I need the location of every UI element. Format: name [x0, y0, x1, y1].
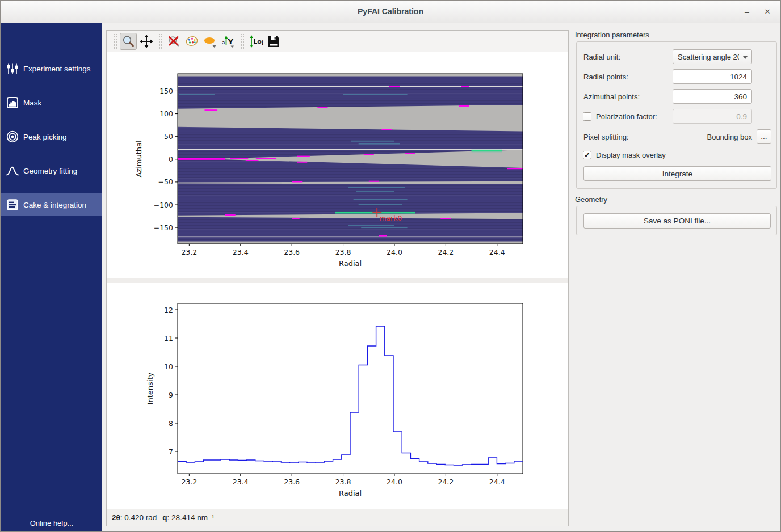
toolbar-drag-handle	[112, 34, 117, 49]
save-poni-button[interactable]: Save as PONI file...	[583, 213, 771, 229]
log-scale-button[interactable]: Log	[247, 33, 264, 50]
sidebar-item-peak-picking[interactable]: Peak picking	[1, 125, 102, 148]
curve-icon	[6, 164, 19, 178]
integration-parameters-title: Integration parameters	[575, 31, 649, 39]
tth-value: : 0.420 rad	[120, 513, 157, 522]
svg-text:Log: Log	[254, 38, 263, 45]
svg-text:24.4: 24.4	[489, 248, 505, 256]
integration-groupbox: Radial unit: Scattering angle 2θ (rad) R…	[576, 41, 777, 189]
pan-arrows-icon	[139, 34, 154, 49]
zoom-reset-icon	[166, 34, 181, 49]
svg-text:23.6: 23.6	[284, 478, 300, 486]
svg-text:−50: −50	[158, 178, 173, 186]
target-icon	[6, 130, 19, 143]
azimuthal-points-label: Azimuthal points:	[583, 92, 640, 101]
ellipse-icon	[203, 34, 217, 49]
svg-text:23.2: 23.2	[181, 478, 197, 486]
tth-label: 2θ	[112, 513, 120, 522]
radial-unit-value: Scattering angle 2θ (rad)	[678, 53, 739, 61]
floppy-save-icon	[266, 34, 281, 49]
sidebar-item-geometry-fitting[interactable]: Geometry fitting	[1, 159, 102, 182]
cake-plot-figure[interactable]: mark023.223.423.623.824.024.224.41501005…	[107, 52, 568, 278]
online-help-link[interactable]: Online help...	[1, 519, 102, 527]
figure-separator	[107, 278, 568, 283]
svg-text:23.6: 23.6	[284, 248, 300, 256]
colormap-button[interactable]	[183, 33, 200, 50]
radial-points-input[interactable]	[673, 69, 752, 84]
zoom-mode-button[interactable]	[120, 33, 137, 50]
svg-text:150: 150	[159, 87, 173, 95]
polarization-label: Polarization factor:	[596, 112, 657, 121]
mask-overlay-label: Display mask overlay	[596, 151, 666, 159]
radial-unit-select[interactable]: Scattering angle 2θ (rad)	[673, 49, 752, 64]
y-axis-icon: a Y	[221, 34, 236, 49]
svg-text:24.2: 24.2	[438, 248, 454, 256]
save-button[interactable]	[265, 33, 282, 50]
y-axis-orientation-button[interactable]: a Y	[220, 33, 237, 50]
plot-toolbar: a Y Log	[107, 31, 568, 52]
toolbar-drag-handle	[240, 34, 244, 49]
svg-text:9: 9	[169, 391, 173, 399]
chevron-down-icon	[743, 56, 748, 59]
geometry-title: Geometry	[575, 195, 607, 204]
geometry-groupbox: Save as PONI file...	[576, 206, 777, 235]
pyfai-calibration-window: PyFAI Calibration – ✕ Experiment setting…	[0, 0, 781, 532]
mask-overlay-checkbox[interactable]: ✓	[583, 151, 591, 159]
svg-text:12: 12	[164, 306, 173, 314]
sliders-icon	[6, 62, 19, 75]
svg-text:a: a	[222, 40, 225, 45]
svg-text:0: 0	[169, 155, 173, 163]
svg-text:23.8: 23.8	[335, 478, 351, 486]
svg-text:Radial: Radial	[339, 259, 362, 268]
toolbar-drag-handle	[158, 34, 162, 49]
svg-text:24.4: 24.4	[489, 478, 505, 486]
chevron-down-icon	[213, 45, 216, 48]
pan-mode-button[interactable]	[138, 33, 155, 50]
svg-text:−100: −100	[154, 201, 173, 209]
svg-text:8: 8	[169, 419, 173, 428]
pixel-splitting-value: Bounding box	[667, 133, 752, 141]
sidebar-item-experiment-settings[interactable]: Experiment settings	[1, 57, 102, 80]
polarization-input	[673, 109, 752, 124]
svg-text:23.2: 23.2	[181, 248, 197, 256]
pixel-splitting-label: Pixel splitting:	[583, 133, 628, 141]
magnifier-icon	[121, 34, 136, 49]
log-scale-icon: Log	[248, 34, 263, 49]
mask-shape-button[interactable]	[201, 33, 219, 50]
svg-text:10: 10	[164, 362, 173, 371]
pixel-splitting-more-button[interactable]: ...	[757, 129, 771, 144]
svg-text:mark0: mark0	[379, 214, 402, 222]
svg-text:23.4: 23.4	[233, 478, 249, 486]
svg-text:23.8: 23.8	[335, 248, 351, 256]
sidebar-item-label: Mask	[23, 99, 41, 107]
svg-text:Intensity: Intensity	[146, 372, 154, 404]
azimuthal-points-input[interactable]	[673, 89, 752, 104]
sidebar: Experiment settings Mask Peak picking	[1, 23, 102, 531]
radial-unit-label: Radial unit:	[583, 53, 620, 61]
svg-text:23.4: 23.4	[233, 248, 249, 256]
sidebar-item-label: Peak picking	[23, 133, 67, 141]
svg-text:Radial: Radial	[339, 489, 362, 497]
minimize-button[interactable]: –	[740, 5, 754, 19]
mask-icon	[6, 96, 19, 109]
palette-icon	[184, 34, 199, 49]
integration-plot-figure[interactable]: 23.223.423.623.824.024.224.4789101112Rad…	[107, 283, 568, 509]
close-button[interactable]: ✕	[760, 5, 775, 19]
svg-text:24.0: 24.0	[387, 248, 402, 256]
radial-points-label: Radial points:	[583, 73, 628, 81]
sidebar-item-label: Geometry fitting	[23, 167, 77, 175]
svg-text:Y: Y	[228, 37, 234, 45]
chevron-down-icon	[231, 45, 234, 48]
sidebar-item-label: Cake & integration	[23, 201, 86, 209]
sidebar-item-mask[interactable]: Mask	[1, 91, 102, 114]
polarization-checkbox[interactable]	[583, 112, 591, 121]
svg-text:Azimuthal: Azimuthal	[135, 140, 143, 177]
svg-text:11: 11	[164, 334, 173, 343]
zoom-reset-button[interactable]	[165, 33, 182, 50]
integrate-button[interactable]: Integrate	[583, 166, 771, 181]
sidebar-item-cake-integration[interactable]: Cake & integration	[1, 193, 102, 216]
svg-text:24.2: 24.2	[438, 478, 454, 486]
sidebar-item-label: Experiment settings	[23, 65, 91, 73]
svg-text:7: 7	[169, 447, 173, 456]
position-statusbar: 2θ: 0.420 radq: 28.414 nm⁻¹	[107, 509, 568, 526]
